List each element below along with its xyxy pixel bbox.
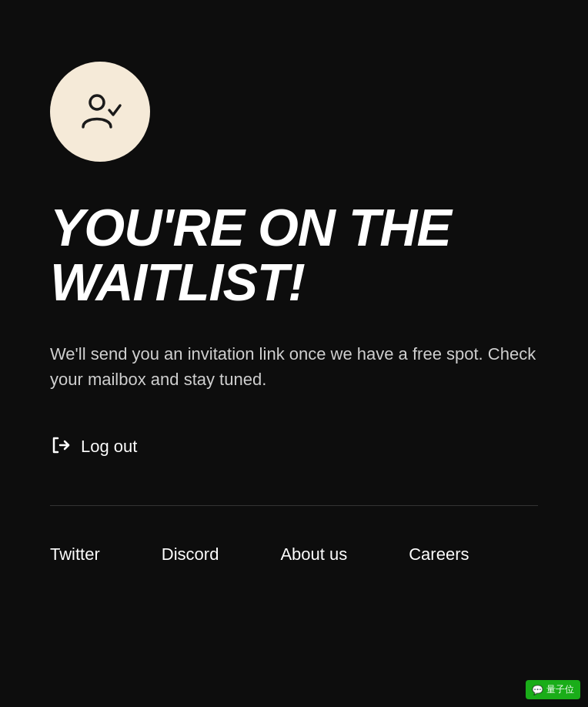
avatar bbox=[50, 62, 150, 162]
footer-nav: Twitter Discord About us Careers bbox=[50, 544, 538, 565]
wechat-badge: 💬 量子位 bbox=[526, 680, 580, 699]
footer-link-discord[interactable]: Discord bbox=[162, 544, 219, 565]
page-container: YOU'RE ON THE WAITLIST! We'll send you a… bbox=[0, 0, 588, 707]
logout-button[interactable]: Log out bbox=[50, 434, 538, 459]
page-subtitle: We'll send you an invitation link once w… bbox=[50, 341, 538, 392]
wechat-label: 量子位 bbox=[546, 683, 574, 696]
footer-link-twitter[interactable]: Twitter bbox=[50, 544, 100, 565]
logout-icon bbox=[50, 434, 72, 459]
footer-divider bbox=[50, 505, 538, 506]
footer-link-careers[interactable]: Careers bbox=[409, 544, 469, 565]
user-verified-icon bbox=[77, 89, 123, 135]
logout-label: Log out bbox=[81, 437, 137, 457]
wechat-icon: 💬 bbox=[532, 685, 543, 695]
page-headline: YOU'RE ON THE WAITLIST! bbox=[50, 200, 538, 310]
svg-point-0 bbox=[90, 95, 104, 109]
footer-link-about-us[interactable]: About us bbox=[280, 544, 347, 565]
